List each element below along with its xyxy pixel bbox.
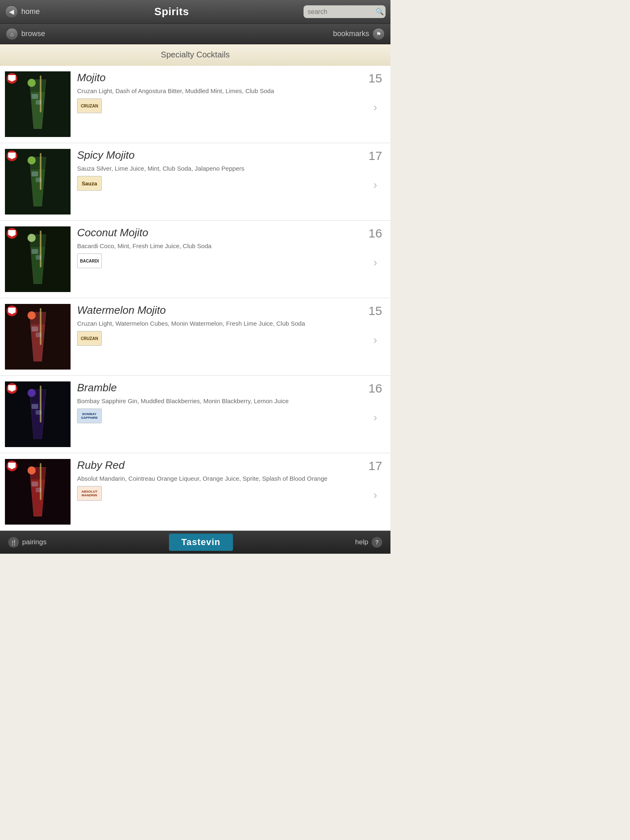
list-item[interactable]: Bramble Bombay Sapphire Gin, Muddled Bla… xyxy=(0,376,390,453)
brand-name: CRUZAN xyxy=(81,104,98,108)
svg-rect-38 xyxy=(40,463,41,500)
pairings-icon: 🍴 xyxy=(8,537,19,548)
bookmarks-icon: ⚑ xyxy=(372,28,385,40)
list-item[interactable]: Spicy Mojito Sauza Silver, Lime Juice, M… xyxy=(0,143,390,221)
home-button[interactable]: ◀ home xyxy=(5,5,40,18)
chevron-right-icon: › xyxy=(373,489,377,501)
item-name: Ruby Red xyxy=(77,459,365,472)
browse-button[interactable]: ⌂ browse xyxy=(6,28,45,40)
item-description: Absolut Mandarin, Cointreau Orange Lique… xyxy=(77,474,365,483)
item-image xyxy=(5,149,71,215)
bookmark-badge xyxy=(7,383,17,394)
brand-name: BOMBAY SAPPHIRE xyxy=(78,412,101,420)
list-item[interactable]: Coconut Mojito Bacardi Coco, Mint, Fresh… xyxy=(0,221,390,298)
svg-point-39 xyxy=(27,466,36,475)
svg-point-18 xyxy=(27,234,36,242)
svg-rect-13 xyxy=(36,178,41,182)
item-price-area: 16 › xyxy=(365,226,386,268)
list-item[interactable]: Mojito Cruzan Light, Dash of Angostura B… xyxy=(0,66,390,143)
brand-logo: CRUZAN xyxy=(77,331,102,346)
brand-name: BACARDI xyxy=(80,259,99,263)
svg-point-25 xyxy=(27,311,36,320)
svg-point-11 xyxy=(27,156,36,164)
item-image xyxy=(5,226,71,292)
item-price: 15 xyxy=(368,304,382,318)
chevron-right-icon: › xyxy=(373,179,377,191)
svg-rect-27 xyxy=(36,333,41,337)
item-content: Mojito Cruzan Light, Dash of Angostura B… xyxy=(77,71,365,113)
bookmarks-label: bookmarks xyxy=(333,30,369,38)
svg-rect-40 xyxy=(32,482,38,486)
section-header: Specialty Cocktails xyxy=(0,44,390,66)
help-icon: ? xyxy=(372,537,382,548)
svg-rect-10 xyxy=(40,153,41,190)
pairings-label: pairings xyxy=(22,538,47,546)
item-price: 16 xyxy=(368,381,382,395)
chevron-right-icon: › xyxy=(373,412,377,423)
search-box[interactable]: 🔍 xyxy=(304,5,386,18)
svg-rect-12 xyxy=(32,171,38,176)
pairings-button[interactable]: 🍴 pairings xyxy=(8,537,47,548)
svg-point-32 xyxy=(27,389,36,397)
tastevin-label: Tastevin xyxy=(181,537,221,547)
item-price: 17 xyxy=(368,459,382,473)
item-price: 17 xyxy=(368,149,382,163)
help-button[interactable]: help ? xyxy=(355,537,382,548)
menu-list: Mojito Cruzan Light, Dash of Angostura B… xyxy=(0,66,390,531)
svg-rect-20 xyxy=(36,255,41,260)
bottom-nav: 🍴 pairings Tastevin help ? xyxy=(0,531,390,554)
tastevin-logo[interactable]: Tastevin xyxy=(169,534,233,551)
svg-rect-5 xyxy=(32,94,38,99)
brand-logo: ABSOLUT MANDRIN xyxy=(77,486,102,501)
chevron-right-icon: › xyxy=(373,257,377,268)
brand-name: Sauza xyxy=(82,180,97,187)
chevron-right-icon: › xyxy=(373,102,377,113)
item-description: Cruzan Light, Dash of Angostura Bitter, … xyxy=(77,87,365,95)
item-content: Spicy Mojito Sauza Silver, Lime Juice, M… xyxy=(77,149,365,191)
chevron-right-icon: › xyxy=(373,334,377,346)
svg-rect-3 xyxy=(40,75,41,112)
item-content: Ruby Red Absolut Mandarin, Cointreau Ora… xyxy=(77,459,365,501)
item-name: Watermelon Mojito xyxy=(77,304,365,317)
item-price: 15 xyxy=(368,71,382,85)
help-label: help xyxy=(355,538,368,546)
brand-logo: Sauza xyxy=(77,176,102,191)
home-label: home xyxy=(21,7,40,16)
section-title: Specialty Cocktails xyxy=(161,50,230,59)
svg-rect-34 xyxy=(36,410,41,415)
brand-logo: CRUZAN xyxy=(77,98,102,113)
svg-rect-31 xyxy=(40,386,41,422)
home-nav-icon: ⌂ xyxy=(6,28,18,40)
item-price-area: 16 › xyxy=(365,381,386,423)
list-item[interactable]: Watermelon Mojito Cruzan Light, Watermel… xyxy=(0,298,390,376)
item-name: Spicy Mojito xyxy=(77,149,365,162)
item-price: 16 xyxy=(368,226,382,240)
item-price-area: 15 › xyxy=(365,71,386,113)
top-header: ◀ home Spirits 🔍 xyxy=(0,0,390,24)
svg-point-4 xyxy=(27,79,36,87)
item-image xyxy=(5,71,71,137)
item-description: Bombay Sapphire Gin, Muddled Blackberrie… xyxy=(77,397,365,405)
item-image xyxy=(5,381,71,447)
bookmark-badge xyxy=(7,228,17,239)
brand-logo: BOMBAY SAPPHIRE xyxy=(77,409,102,423)
page-title: Spirits xyxy=(154,5,189,18)
item-content: Watermelon Mojito Cruzan Light, Watermel… xyxy=(77,304,365,346)
item-description: Bacardi Coco, Mint, Fresh Lime Juice, Cl… xyxy=(77,242,365,250)
item-image xyxy=(5,304,71,370)
browse-label: browse xyxy=(21,30,45,38)
svg-rect-33 xyxy=(32,404,38,409)
brand-name: CRUZAN xyxy=(81,336,98,341)
svg-rect-17 xyxy=(40,231,41,267)
item-price-area: 17 › xyxy=(365,149,386,191)
list-item[interactable]: Ruby Red Absolut Mandarin, Cointreau Ora… xyxy=(0,453,390,531)
item-content: Coconut Mojito Bacardi Coco, Mint, Fresh… xyxy=(77,226,365,268)
bookmark-badge xyxy=(7,306,17,316)
svg-rect-6 xyxy=(36,100,41,105)
bookmarks-button[interactable]: bookmarks ⚑ xyxy=(333,28,385,40)
bookmark-badge xyxy=(7,151,17,161)
item-name: Coconut Mojito xyxy=(77,226,365,239)
item-image xyxy=(5,459,71,525)
item-content: Bramble Bombay Sapphire Gin, Muddled Bla… xyxy=(77,381,365,423)
search-input[interactable] xyxy=(308,8,373,16)
